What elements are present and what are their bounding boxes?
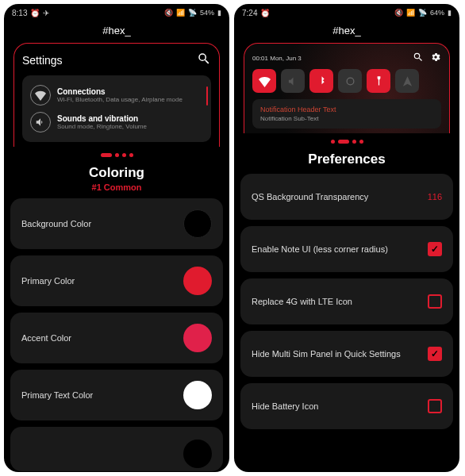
scroll-indicator xyxy=(206,86,208,106)
color-row-partial[interactable] xyxy=(10,427,223,471)
preview-settings-title: Settings xyxy=(22,54,63,67)
notif-sub: Notification Sub-Text xyxy=(260,115,433,122)
section-title: Preferences xyxy=(234,147,459,169)
lte-icon: 📶 xyxy=(176,9,185,17)
app-title: #hex_ xyxy=(4,21,229,40)
preview-frame: 00:01 Mon, Jun 3 Notification Header Tex… xyxy=(244,43,450,133)
status-time: 8:13 xyxy=(12,9,27,17)
search-icon[interactable] xyxy=(197,52,211,69)
phone-left: 8:13 ⏰ ✈ 🔇 📶 📡 54% ▮ #hex_ Settings xyxy=(4,4,229,472)
status-bar: 8:13 ⏰ ✈ 🔇 📶 📡 54% ▮ xyxy=(4,4,229,21)
lte-icon: 📶 xyxy=(406,9,415,17)
preview-frame: Settings Connections Wi-Fi, Bluetooth, D… xyxy=(13,43,220,147)
prefs-list: QS Background Transparency 116 Enable No… xyxy=(234,169,459,472)
status-time: 7:24 xyxy=(242,9,257,17)
checkbox[interactable] xyxy=(428,399,442,413)
mute-icon: 🔇 xyxy=(394,9,403,17)
row-sub: Wi-Fi, Bluetooth, Data usage, Airplane m… xyxy=(57,96,203,103)
notif-title: Notification Header Text xyxy=(260,106,433,113)
app-title: #hex_ xyxy=(234,21,459,40)
color-swatch xyxy=(183,324,212,352)
phone-right: 7:24 ⏰ 🔇 📶 📡 64% ▮ #hex_ 00:01 Mon, Jun … xyxy=(234,4,459,472)
tile-wifi[interactable] xyxy=(252,69,276,93)
pref-row-qs-transparency[interactable]: QS Background Transparency 116 xyxy=(240,174,453,220)
tile-bluetooth[interactable] xyxy=(309,69,333,93)
qs-datetime: 00:01 Mon, Jun 3 xyxy=(252,55,302,62)
section-title: Coloring xyxy=(4,160,229,182)
coloring-list: Background Color Primary Color Accent Co… xyxy=(4,198,229,472)
tile-flashlight[interactable] xyxy=(367,69,390,93)
qs-tiles xyxy=(252,69,441,93)
mute-icon: 🔇 xyxy=(164,9,173,17)
color-swatch xyxy=(183,209,212,238)
battery-icon: ▮ xyxy=(217,9,221,17)
search-icon[interactable] xyxy=(413,52,424,64)
color-row-background[interactable]: Background Color xyxy=(10,198,223,249)
alarm-icon: ⏰ xyxy=(260,9,270,17)
checkbox[interactable] xyxy=(428,347,442,361)
tile-location[interactable] xyxy=(395,69,419,93)
pref-row-multisim[interactable]: Hide Multi Sim Panel in Quick Settings xyxy=(240,331,453,377)
row-title: Connections xyxy=(57,87,203,96)
pref-value: 116 xyxy=(428,192,442,202)
pref-row-battery-icon[interactable]: Hide Battery Icon xyxy=(240,383,453,429)
alarm-icon: ⏰ xyxy=(30,9,40,17)
pref-row-note-ui[interactable]: Enable Note UI (less corner radius) xyxy=(240,226,453,272)
wifi-icon: 📡 xyxy=(188,9,197,17)
settings-row-sounds[interactable]: Sounds and vibration Sound mode, Rington… xyxy=(30,109,203,136)
pref-row-lte-icon[interactable]: Replace 4G with LTE Icon xyxy=(240,278,453,324)
battery-text: 64% xyxy=(430,9,444,17)
wifi-icon: 📡 xyxy=(418,9,427,17)
checkbox[interactable] xyxy=(428,294,442,309)
section-sub: #1 Common xyxy=(4,182,229,198)
battery-icon: ▮ xyxy=(448,9,452,17)
settings-card: Connections Wi-Fi, Bluetooth, Data usage… xyxy=(22,75,211,142)
svg-point-0 xyxy=(347,78,354,85)
sound-icon xyxy=(30,112,51,132)
send-icon: ✈ xyxy=(43,9,49,17)
color-row-accent[interactable]: Accent Color xyxy=(10,313,223,363)
notification-card[interactable]: Notification Header Text Notification Su… xyxy=(252,99,441,129)
color-swatch xyxy=(183,267,212,295)
settings-row-connections[interactable]: Connections Wi-Fi, Bluetooth, Data usage… xyxy=(30,82,203,109)
tile-sound[interactable] xyxy=(281,69,305,93)
status-bar: 7:24 ⏰ 🔇 📶 📡 64% ▮ xyxy=(234,4,459,21)
color-row-primary-text[interactable]: Primary Text Color xyxy=(10,370,223,420)
page-dots[interactable] xyxy=(234,133,459,147)
color-swatch xyxy=(183,381,212,409)
color-swatch xyxy=(183,440,212,468)
page-dots[interactable] xyxy=(4,147,229,160)
wifi-icon xyxy=(30,85,51,106)
gear-icon[interactable] xyxy=(430,52,441,64)
row-title: Sounds and vibration xyxy=(57,114,203,123)
tile-rotate[interactable] xyxy=(338,69,362,93)
row-sub: Sound mode, Ringtone, Volume xyxy=(57,123,203,130)
color-row-primary[interactable]: Primary Color xyxy=(10,255,223,306)
checkbox[interactable] xyxy=(428,242,442,256)
battery-text: 54% xyxy=(200,9,214,17)
